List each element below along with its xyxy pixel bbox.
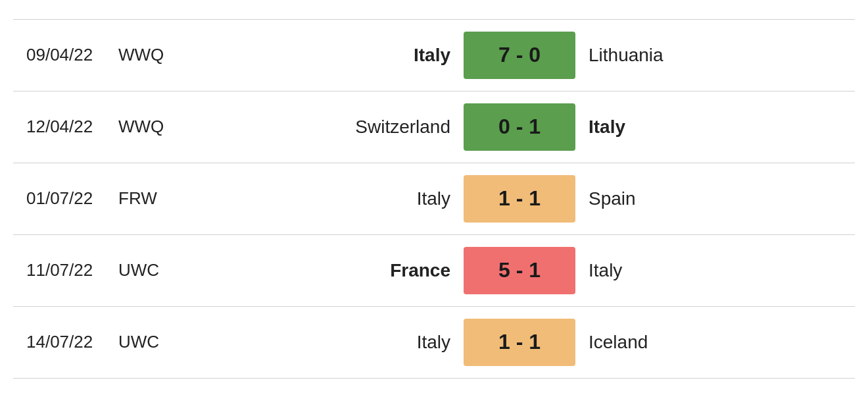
- match-date: 14/07/22: [26, 332, 118, 352]
- match-row: 09/04/22WWQItaly7 - 0Lithuania: [13, 19, 855, 92]
- match-date: 09/04/22: [26, 45, 118, 65]
- score-box: 1 - 1: [464, 175, 575, 223]
- match-row: 01/07/22FRWItaly1 - 1Spain: [13, 163, 855, 235]
- score-box: 7 - 0: [464, 32, 575, 79]
- away-team: Lithuania: [575, 45, 842, 66]
- home-team: Italy: [197, 188, 464, 209]
- match-date: 12/04/22: [26, 117, 118, 137]
- home-team: France: [197, 260, 464, 281]
- match-row: 11/07/22UWCFrance5 - 1Italy: [13, 235, 855, 307]
- score-box: 1 - 1: [464, 319, 575, 366]
- match-competition: WWQ: [118, 45, 197, 65]
- away-team: Spain: [575, 188, 842, 209]
- home-team: Italy: [197, 332, 464, 353]
- score-box: 5 - 1: [464, 247, 575, 294]
- match-competition: WWQ: [118, 117, 197, 137]
- match-competition: FRW: [118, 188, 197, 209]
- match-competition: UWC: [118, 332, 197, 352]
- away-team: Italy: [575, 117, 842, 138]
- score-box: 0 - 1: [464, 103, 575, 151]
- away-team: Iceland: [575, 332, 842, 353]
- home-team: Switzerland: [197, 117, 464, 138]
- matches-table: 09/04/22WWQItaly7 - 0Lithuania12/04/22WW…: [13, 19, 855, 379]
- match-date: 11/07/22: [26, 260, 118, 280]
- match-row: 12/04/22WWQSwitzerland0 - 1Italy: [13, 92, 855, 163]
- match-date: 01/07/22: [26, 188, 118, 209]
- home-team: Italy: [197, 45, 464, 66]
- away-team: Italy: [575, 260, 842, 281]
- match-competition: UWC: [118, 260, 197, 280]
- match-row: 14/07/22UWCItaly1 - 1Iceland: [13, 307, 855, 379]
